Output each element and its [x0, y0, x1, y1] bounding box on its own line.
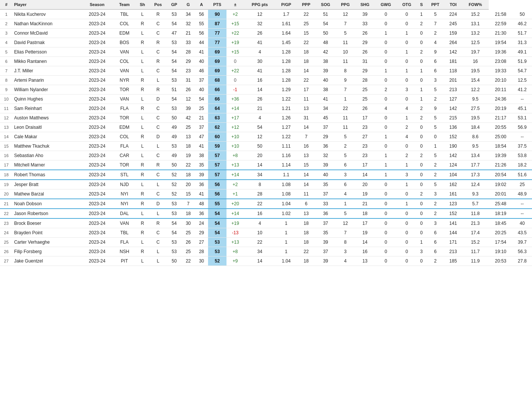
- stat-cell: 17:54: [489, 238, 512, 247]
- stat-cell: 2023-24: [81, 95, 113, 104]
- table-row[interactable]: 24Brayden Point2023-24TBLRC54252954-1310…: [0, 228, 532, 238]
- stat-cell: 2: [416, 47, 426, 57]
- player-name-cell: Brayden Point: [12, 228, 81, 238]
- stat-cell: 4: [397, 104, 417, 113]
- table-row[interactable]: 17Mitchell Marner2023-24TORRR50223557+13…: [0, 160, 532, 170]
- table-row[interactable]: 9William Nylander2023-24TORRR51264066-11…: [0, 85, 532, 95]
- stat-cell: 6: [426, 228, 445, 238]
- stat-cell: 37: [316, 247, 336, 256]
- table-row[interactable]: 3Connor McDavid2023-24EDMLC47215677+2226…: [0, 29, 532, 38]
- stat-cell: 1: [275, 228, 297, 238]
- table-row[interactable]: 22Jason Robertson2023-24DALLL53183654+14…: [0, 209, 532, 218]
- table-row[interactable]: 6Mikko Rantanen2023-24COLLR542940690301.…: [0, 57, 532, 66]
- table-row[interactable]: 14Cale Makar2023-24COLRD49134760+10121.2…: [0, 132, 532, 142]
- table-row[interactable]: 12Auston Matthews2023-24TORLC50422163+17…: [0, 113, 532, 123]
- table-row[interactable]: 8Artemi Panarin2023-24NYRRL533137680161.…: [0, 76, 532, 85]
- stat-cell: 18: [297, 238, 316, 247]
- stat-cell: 8: [244, 180, 276, 189]
- stat-cell: 20:25: [489, 228, 512, 238]
- table-row[interactable]: 2Nathan MacKinnon2023-24COLRC54325587+15…: [0, 19, 532, 29]
- stat-cell: 1: [275, 238, 297, 247]
- stat-cell: 2023-24: [81, 47, 113, 57]
- stat-cell: 0: [375, 238, 397, 247]
- col-toi: TOI: [444, 0, 462, 9]
- stat-cell: 19:10: [489, 247, 512, 256]
- table-row[interactable]: 10Quinn Hughes2023-24VANLD54125466+36261…: [0, 95, 532, 104]
- stat-cell: 6: [336, 180, 355, 189]
- table-row[interactable]: 11Sam Reinhart2023-24FLARC53392564+14211…: [0, 104, 532, 113]
- stat-cell: 53: [167, 238, 181, 247]
- rank-cell: 7: [0, 66, 12, 76]
- stat-cell: 29: [355, 38, 375, 47]
- stat-cell: 142: [444, 104, 462, 113]
- stat-cell: 2: [397, 151, 417, 160]
- stat-cell: R: [135, 19, 149, 29]
- pts-cell: 55: [208, 199, 226, 209]
- table-row[interactable]: 16Sebastian Aho2023-24CARLC49193857+8201…: [0, 151, 532, 160]
- stat-cell: 1.29: [275, 85, 297, 95]
- table-row[interactable]: 4David Pastrnak2023-24BOSRR53334477+1941…: [0, 38, 532, 47]
- table-row[interactable]: 1Nikita Kucherov2023-24TBLLR53345690+212…: [0, 9, 532, 19]
- stat-cell: L: [135, 180, 149, 189]
- player-name-cell: Auston Matthews: [12, 113, 81, 123]
- stat-cell: 28: [244, 189, 276, 199]
- table-row[interactable]: 18Robert Thomas2023-24STLRC52183957+1434…: [0, 170, 532, 180]
- stat-cell: 1.08: [275, 180, 297, 189]
- rank-cell: 6: [0, 57, 12, 66]
- table-row[interactable]: 7J.T. Miller2023-24VANLC54234669+22411.2…: [0, 66, 532, 76]
- stat-cell: 0: [375, 209, 397, 218]
- stat-cell: 1.04: [275, 199, 297, 209]
- table-row[interactable]: 21Noah Dobson2023-24NYIRD5374855+20221.0…: [0, 199, 532, 209]
- stat-cell: 16: [355, 247, 375, 256]
- stat-cell: TBL: [113, 9, 135, 19]
- stat-cell: 3: [426, 76, 445, 85]
- stat-cell: 2023-24: [81, 256, 113, 266]
- pts-cell: 77: [208, 29, 226, 38]
- stat-cell: 27.5: [462, 104, 489, 113]
- table-row[interactable]: 25Carter Verhaeghe2023-24FLALC53262753+1…: [0, 238, 532, 247]
- stat-cell: 33: [316, 199, 336, 209]
- stat-cell: 35: [195, 160, 208, 170]
- stat-cell: 18: [297, 57, 316, 66]
- table-row[interactable]: 15Matthew Tkachuk2023-24FLALL53184159+10…: [0, 142, 532, 151]
- stat-cell: 12: [336, 218, 355, 228]
- table-row[interactable]: 26Filip Forsberg2023-24NSHRL53252853+834…: [0, 247, 532, 256]
- stat-cell: 14: [297, 170, 316, 180]
- stat-cell: 15.2: [462, 9, 489, 19]
- stat-cell: D: [149, 199, 167, 209]
- stat-cell: 6: [426, 57, 445, 66]
- table-row[interactable]: 20Mathew Barzal2023-24NYIRC52154156+1281…: [0, 189, 532, 199]
- stat-cell: 0: [375, 142, 397, 151]
- stat-cell: TOR: [113, 113, 135, 123]
- col-plusminus: ±: [226, 0, 244, 9]
- stat-cell: 8.6: [462, 132, 489, 142]
- stat-cell: 39: [316, 256, 336, 266]
- col-a: A: [195, 0, 208, 9]
- player-name-cell: Elias Pettersson: [12, 47, 81, 57]
- rank-cell: 14: [0, 132, 12, 142]
- stat-cell: 224: [444, 9, 462, 19]
- stat-cell: R: [149, 38, 167, 47]
- stat-cell: 15: [297, 29, 316, 38]
- stat-cell: 0: [416, 209, 426, 218]
- stat-cell: 18.4: [462, 123, 489, 132]
- table-row[interactable]: 19Jesper Bratt2023-24NJDLL52203656+281.0…: [0, 180, 532, 189]
- stat-cell: L: [135, 209, 149, 218]
- plusminus-cell: +20: [226, 199, 244, 209]
- table-row[interactable]: 13Leon Draisaitl2023-24EDMLC49253762+125…: [0, 123, 532, 132]
- player-name-cell: David Pastrnak: [12, 38, 81, 47]
- stat-cell: 17: [297, 85, 316, 95]
- stat-cell: 48: [316, 38, 336, 47]
- table-row[interactable]: 27Jake Guentzel2023-24PITLL50223052+9141…: [0, 256, 532, 266]
- table-row[interactable]: 23Brock Boeser2023-24VANRR54302454+19411…: [0, 218, 532, 228]
- col-ppt: PPT: [426, 0, 445, 9]
- stat-cell: 1.28: [275, 57, 297, 66]
- stat-cell: 25: [355, 85, 375, 95]
- table-row[interactable]: 5Elias Pettersson2023-24VANLC54284169+15…: [0, 47, 532, 57]
- stat-cell: 0: [397, 19, 417, 29]
- stat-cell: 12: [182, 95, 195, 104]
- pts-cell: 54: [208, 228, 226, 238]
- stat-cell: L: [135, 95, 149, 104]
- plusminus-cell: +14: [226, 170, 244, 180]
- stat-cell: 0: [416, 132, 426, 142]
